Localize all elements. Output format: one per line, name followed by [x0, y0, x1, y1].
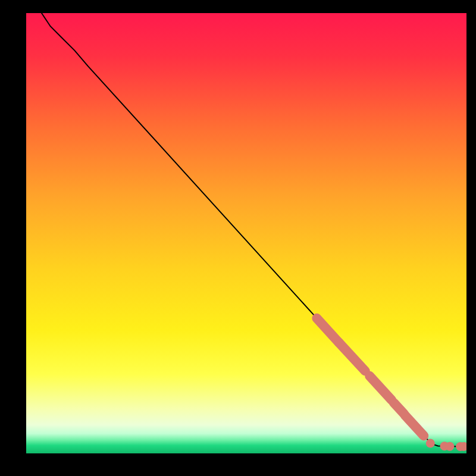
- chart-canvas: [26, 13, 466, 453]
- highlight-dot: [426, 439, 435, 447]
- gradient-background: [26, 13, 466, 453]
- highlight-dot: [445, 442, 454, 451]
- chart-frame: TheBottleneck.com: [26, 13, 466, 453]
